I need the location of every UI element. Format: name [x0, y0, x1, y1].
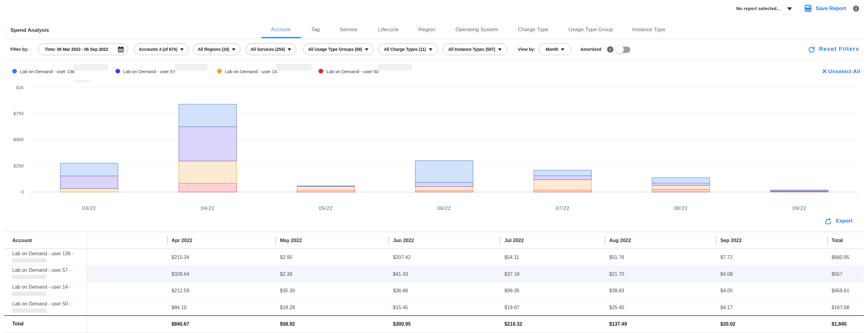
svg-text:$250: $250 — [13, 163, 24, 168]
svg-text:06/22: 06/22 — [437, 206, 451, 211]
svg-text:05/22: 05/22 — [319, 206, 333, 211]
svg-text:$500: $500 — [13, 137, 24, 142]
svg-text:03/22: 03/22 — [82, 206, 96, 211]
svg-text:08/22: 08/22 — [674, 206, 688, 211]
svg-text:0: 0 — [21, 189, 24, 194]
svg-text:07/22: 07/22 — [556, 206, 569, 211]
svg-text:04/22: 04/22 — [200, 206, 214, 211]
svg-text:09/22: 09/22 — [792, 206, 806, 211]
svg-text:$750: $750 — [13, 111, 24, 116]
svg-text:$1k: $1k — [16, 85, 24, 90]
